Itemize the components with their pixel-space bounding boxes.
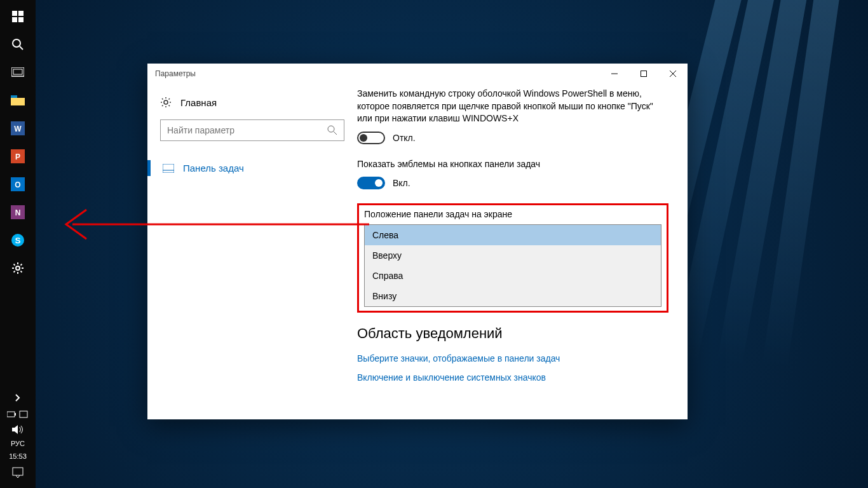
notification-icon [12, 467, 24, 478]
gear-icon [160, 97, 172, 108]
tray-battery-network-icon [7, 410, 29, 419]
skype-button[interactable]: S [0, 226, 36, 254]
position-label: Положение панели задач на экране [364, 209, 661, 219]
settings-sidebar: Главная Панель задач [147, 84, 357, 419]
taskbar-icon [163, 164, 174, 173]
svg-point-19 [16, 266, 20, 270]
maximize-icon [641, 71, 647, 77]
home-label: Главная [180, 97, 217, 108]
language-indicator[interactable]: РУС [11, 437, 25, 450]
svg-text:P: P [15, 152, 20, 161]
option-bottom[interactable]: Внизу [365, 286, 661, 306]
toggle-on-label: Вкл. [393, 178, 410, 188]
powershell-description: Заменить командную строку оболочкой Wind… [357, 88, 668, 125]
nav-taskbar-label: Панель задач [183, 163, 244, 173]
background-rays [677, 0, 868, 488]
outlook-icon: O [11, 177, 25, 191]
outlook-button[interactable]: O [0, 170, 36, 198]
svg-rect-0 [12, 11, 17, 16]
svg-text:N: N [15, 208, 21, 217]
option-right[interactable]: Справа [365, 266, 661, 286]
chevron-right-icon [14, 394, 22, 402]
word-button[interactable]: W [0, 114, 36, 142]
svg-rect-25 [641, 71, 647, 77]
maximize-button[interactable] [629, 64, 658, 84]
search-button[interactable] [0, 30, 36, 58]
option-top[interactable]: Вверху [365, 245, 661, 266]
close-icon [670, 71, 676, 77]
titlebar[interactable]: Параметры [147, 64, 688, 84]
svg-rect-31 [163, 164, 174, 173]
home-button[interactable]: Главная [160, 97, 344, 108]
action-center-button[interactable] [0, 463, 36, 483]
search-box[interactable] [160, 119, 344, 141]
window-title: Параметры [155, 69, 196, 78]
onenote-button[interactable]: N [0, 198, 36, 226]
svg-rect-22 [20, 411, 27, 417]
volume-button[interactable] [0, 422, 36, 437]
powerpoint-button[interactable]: P [0, 142, 36, 170]
option-left[interactable]: Слева [365, 225, 661, 245]
settings-content: Заменить командную строку оболочкой Wind… [357, 84, 688, 419]
taskview-icon [11, 67, 24, 78]
tray-icons[interactable] [0, 407, 36, 422]
powershell-toggle[interactable] [357, 132, 385, 144]
speaker-icon [12, 424, 24, 435]
toggle-off-label: Откл. [393, 133, 416, 143]
gear-icon [11, 262, 24, 274]
svg-rect-7 [13, 69, 22, 74]
fileexplorer-button[interactable] [0, 86, 36, 114]
badges-description: Показать эмблемы на кнопках панели задач [357, 158, 668, 171]
link-system-icons[interactable]: Включение и выключение системных значков [357, 372, 668, 383]
svg-line-5 [20, 46, 23, 50]
svg-text:S: S [15, 236, 21, 245]
search-icon [11, 38, 24, 51]
svg-point-4 [13, 39, 20, 47]
svg-rect-23 [13, 468, 23, 475]
badges-toggle[interactable] [357, 177, 385, 189]
svg-rect-1 [18, 11, 24, 16]
search-input[interactable] [167, 125, 327, 135]
search-icon [327, 125, 337, 135]
highlight-box: Положение панели задач на экране Слева В… [357, 203, 668, 313]
powerpoint-icon: P [11, 149, 25, 163]
link-select-icons[interactable]: Выберите значки, отображаемые в панели з… [357, 353, 668, 363]
minimize-button[interactable] [600, 64, 629, 84]
svg-point-28 [164, 100, 168, 104]
close-button[interactable] [658, 64, 688, 84]
svg-text:W: W [14, 125, 22, 133]
svg-point-29 [328, 126, 334, 132]
svg-rect-21 [15, 413, 16, 416]
minimize-icon [611, 71, 618, 77]
svg-rect-3 [18, 17, 24, 22]
svg-rect-20 [7, 412, 15, 417]
taskview-button[interactable] [0, 58, 36, 86]
svg-line-30 [334, 132, 337, 135]
svg-text:O: O [15, 180, 20, 189]
folder-icon [11, 95, 25, 105]
skype-icon: S [11, 233, 25, 247]
settings-window: Параметры Главная Панель задач Заменить … [147, 64, 688, 419]
onenote-icon: N [11, 205, 25, 219]
notification-heading: Область уведомлений [357, 325, 668, 342]
settings-button[interactable] [0, 254, 36, 282]
position-dropdown[interactable]: Слева Вверху Справа Внизу [364, 224, 661, 307]
nav-taskbar[interactable]: Панель задач [160, 156, 344, 180]
svg-rect-2 [12, 17, 17, 22]
tray-expand[interactable] [0, 389, 36, 407]
windows-icon [12, 11, 24, 22]
taskbar: W P O N S РУС 15:53 [0, 0, 36, 488]
svg-rect-8 [11, 95, 17, 98]
clock[interactable]: 15:53 [9, 450, 27, 463]
word-icon: W [11, 121, 25, 135]
start-button[interactable] [0, 3, 36, 30]
